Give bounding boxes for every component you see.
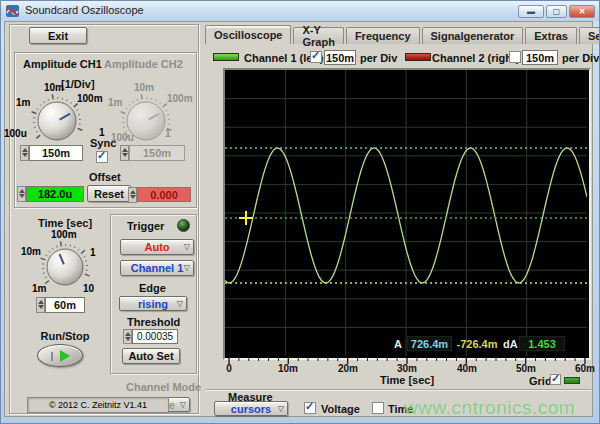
run-stop-button[interactable] — [37, 344, 83, 367]
per-div-label: per Div — [360, 52, 397, 64]
channel1-color-swatch — [213, 53, 239, 61]
app-icon — [6, 4, 20, 18]
knob-tick-label: 1m — [16, 97, 30, 108]
channel2-label: Channel 2 (right) — [432, 52, 519, 64]
cursor-da-label: dA — [503, 338, 518, 350]
tab-bar: Oscilloscope X-Y Graph Frequency Signalg… — [205, 25, 600, 44]
chevron-down-icon: ▽ — [184, 242, 190, 251]
channel1-per-div-value[interactable]: 150m — [324, 50, 356, 65]
measure-mode-value: cursors — [231, 403, 271, 415]
x-tick-label: 30m — [385, 363, 429, 374]
scope-plot — [223, 68, 591, 360]
tab-extras[interactable]: Extras — [525, 27, 577, 44]
knob-tick-label: 100u — [4, 128, 27, 139]
channel2-per-div-value[interactable]: 150m — [522, 50, 558, 65]
threshold-value[interactable]: 0.00035 — [132, 329, 178, 344]
offset-ch1-stepper[interactable] — [17, 186, 26, 202]
offset-ch2-value: 0.000 — [137, 187, 191, 202]
trigger-source-value: Channel 1 — [131, 262, 184, 274]
chevron-down-icon: ▽ — [180, 400, 186, 409]
cursor-a2-value: -726.4m — [453, 336, 501, 351]
x-tick-label: 40m — [445, 363, 489, 374]
channel1-checkbox[interactable] — [310, 51, 322, 63]
x-tick-label: 60m — [563, 363, 600, 374]
chevron-down-icon: ▽ — [278, 404, 284, 413]
offset-ch2-stepper — [128, 187, 137, 203]
trigger-mode-dropdown[interactable]: Auto▽ — [120, 239, 194, 255]
time-knob[interactable] — [35, 237, 95, 297]
maximize-button[interactable]: ▢ — [546, 5, 567, 18]
voltage-label: Voltage — [321, 403, 360, 415]
cursor-a1-value: 726.4m — [407, 336, 452, 351]
amplitude-ch1-title: Amplitude CH1 — [23, 58, 102, 70]
cursor-a-label: A — [394, 338, 402, 350]
waveform-canvas[interactable] — [225, 70, 587, 356]
time-checkbox[interactable] — [372, 402, 384, 414]
channel-mode-title: Channel Mode — [126, 381, 201, 393]
x-tick-label: 20m — [326, 363, 370, 374]
tab-signalgenerator[interactable]: Signalgenerator — [422, 27, 524, 44]
copyright-label: © 2012 C. Zeitnitz V1.41 — [27, 397, 169, 413]
tab-frequency[interactable]: Frequency — [346, 27, 420, 44]
channel2-checkbox[interactable] — [509, 51, 521, 63]
exit-button[interactable]: Exit — [29, 27, 87, 44]
close-button[interactable]: ✕ — [569, 5, 595, 18]
per-div-label: per Div — [562, 52, 599, 64]
chevron-down-icon: ▽ — [177, 299, 183, 308]
grid-checkbox[interactable] — [550, 374, 561, 385]
knob-tick-label: 100m — [77, 93, 103, 104]
cursor-da-value: 1.453 — [519, 336, 565, 351]
amplitude-ch1-stepper[interactable] — [20, 145, 29, 161]
x-tick-label: 0 — [207, 363, 251, 374]
sync-checkbox[interactable] — [96, 151, 108, 163]
grid-label: Grid — [529, 375, 552, 387]
offset-reset-button[interactable]: Reset — [87, 185, 131, 202]
x-tick-label: 50m — [504, 363, 548, 374]
grid-color-swatch — [564, 377, 580, 384]
offset-title: Offset — [89, 171, 121, 183]
channel2-color-swatch — [405, 53, 431, 61]
trigger-led — [177, 219, 190, 232]
threshold-title: Threshold — [127, 316, 180, 328]
app-window: Soundcard Oszilloscope ▬ ▢ ✕ Exit Amplit… — [0, 0, 600, 424]
knob-tick-label: 100m — [167, 93, 193, 104]
threshold-stepper[interactable] — [123, 329, 132, 344]
time-title: Time [sec] — [21, 217, 109, 229]
auto-set-button[interactable]: Auto Set — [122, 348, 180, 364]
trigger-mode-value: Auto — [144, 241, 169, 253]
voltage-checkbox[interactable] — [304, 402, 316, 414]
edge-title: Edge — [139, 282, 166, 294]
knob-tick-label: 10m — [44, 82, 64, 93]
play-icon — [60, 350, 70, 362]
knob-tick-label: 1 — [165, 128, 171, 139]
stop-glyph — [51, 352, 53, 361]
x-axis-title: Time [sec] — [347, 374, 467, 386]
x-tick-label: 10m — [266, 363, 310, 374]
tab-xy-graph[interactable]: X-Y Graph — [293, 27, 343, 44]
knob-tick-label: 10m — [134, 82, 154, 93]
amplitude-ch2-title: Amplitude CH2 — [104, 58, 183, 70]
time-value[interactable]: 60m — [45, 297, 85, 313]
tab-oscilloscope[interactable]: Oscilloscope — [205, 25, 291, 44]
watermark: www.cntronics.com — [404, 397, 575, 419]
trigger-edge-value: rising — [138, 298, 168, 310]
chevron-down-icon: ▽ — [184, 263, 190, 272]
run-stop-label: Run/Stop — [31, 330, 99, 342]
per-div-unit-label: [1/Div] — [61, 78, 95, 90]
tab-settings[interactable]: Settings — [579, 27, 600, 44]
window-title: Soundcard Oszilloscope — [25, 4, 144, 16]
time-stepper[interactable] — [36, 297, 45, 313]
knob-tick-label: 1m — [108, 97, 122, 108]
amplitude-ch2-value: 150m — [129, 145, 185, 161]
sync-label: Sync — [90, 137, 116, 149]
minimize-button[interactable]: ▬ — [518, 5, 544, 18]
measure-mode-dropdown[interactable]: cursors▽ — [214, 401, 288, 416]
trigger-edge-dropdown[interactable]: rising▽ — [119, 296, 187, 311]
amplitude-ch1-value[interactable]: 150m — [29, 145, 83, 161]
offset-ch1-value[interactable]: 182.0u — [26, 186, 84, 202]
amplitude-ch2-stepper — [120, 145, 129, 161]
trigger-source-dropdown[interactable]: Channel 1▽ — [120, 260, 194, 276]
trigger-title: Trigger — [127, 220, 164, 232]
